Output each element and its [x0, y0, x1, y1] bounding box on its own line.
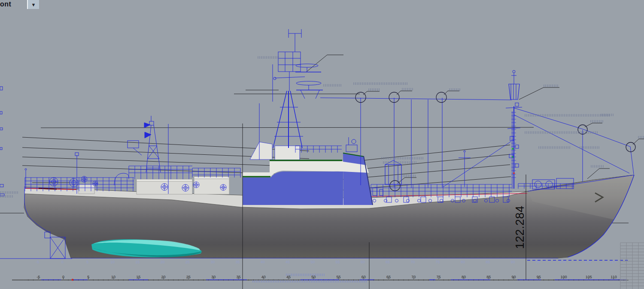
annotation-text: [638, 136, 644, 138]
annotation-text: [403, 175, 416, 177]
ruler-number-faint: 65: [386, 260, 390, 264]
ruler-number: 40: [261, 275, 266, 279]
ruler-number-faint: 80: [461, 260, 465, 264]
ruler-number-faint: 60: [361, 260, 365, 264]
ruler-number-faint: 10: [110, 260, 115, 264]
ruler-number-faint: 30: [210, 260, 215, 264]
rigging-marker-circles: [355, 92, 635, 191]
ruler-number-faint: -5: [36, 260, 39, 264]
ruler-number: 65: [386, 275, 391, 279]
viewport-dropdown-button[interactable]: ▼: [27, 0, 39, 9]
annotation-text: [402, 88, 413, 90]
ruler-number: 55: [337, 275, 341, 279]
ruler-number: 50: [311, 275, 316, 279]
ruler-number-faint: 15: [135, 260, 140, 264]
annotation-text: [591, 165, 605, 168]
annotation-text: [286, 274, 325, 276]
ruler-number-faint: 45: [286, 260, 290, 264]
ruler-number-faint: 40: [261, 260, 265, 264]
ruler-number-faint: 100: [559, 260, 566, 264]
stern-red-stripe-dark: [39, 188, 57, 189]
annotation-text: [323, 84, 342, 87]
annotation-text: [544, 84, 559, 87]
ruler-number-faint: 35: [235, 260, 240, 264]
ruler-number-faint: 85: [486, 260, 490, 264]
ruler-number-faint: 75: [436, 260, 440, 264]
annotation-text: [601, 114, 614, 116]
ruler-number-faint: 110: [610, 260, 616, 264]
viewport-canvas: [0, 0, 644, 289]
ruler-number-faint: 105: [585, 260, 591, 264]
ruler-number: 10: [111, 275, 115, 279]
ruler-number: 110: [611, 275, 617, 279]
viewport-title-bar: ont ▼: [0, 0, 13, 9]
ruler-number-faint: 0: [61, 260, 64, 264]
ruler-number: 75: [437, 275, 441, 279]
ruler-number-faint: 20: [161, 260, 165, 264]
annotation-text: [368, 88, 380, 91]
right-edge-grid: [620, 243, 644, 289]
annotation-text: [525, 114, 611, 117]
ruler-number: 80: [462, 275, 466, 279]
ruler-number: 15: [136, 275, 140, 279]
ruler-number: 60: [361, 275, 366, 279]
ruler-number: 5: [87, 275, 89, 279]
ruler-number: 0: [62, 275, 64, 279]
annotation-text: [580, 146, 599, 149]
ruler-number: 30: [211, 275, 216, 279]
annotation-text: [0, 191, 18, 194]
ruler-number: 25: [186, 275, 191, 279]
dimension-label: 122.284: [513, 205, 527, 249]
annotation-text: [538, 146, 571, 149]
ruler-number-faint: 70: [410, 260, 415, 264]
ruler-number: 90: [511, 275, 516, 279]
annotation-text: [353, 82, 408, 85]
ruler-number: 45: [286, 275, 291, 279]
annotation-text: [590, 120, 603, 123]
ruler-number: 85: [486, 275, 491, 279]
annotation-text: [381, 157, 424, 160]
superstructure: [243, 142, 373, 205]
ruler-number: 95: [537, 275, 541, 279]
cad-viewport[interactable]: ont ▼ 122.284 -5051015202530354045505560…: [0, 0, 644, 289]
ruler-number: 70: [411, 275, 416, 279]
ruler-number: -5: [36, 275, 40, 279]
annotation-text: [258, 56, 280, 59]
ruler-number: 105: [586, 275, 592, 279]
annotation-text: [383, 161, 416, 164]
ruler-number-faint: 90: [510, 260, 515, 264]
annotation-text: [525, 131, 598, 134]
ruler-number-faint: 50: [310, 260, 315, 264]
ruler-number-faint: 5: [86, 260, 88, 264]
ruler-number: 100: [560, 275, 567, 279]
ruler-number-faint: 95: [536, 260, 540, 264]
ruler-number: 35: [236, 275, 240, 279]
annotation-text: [0, 195, 13, 198]
viewport-title[interactable]: ont: [0, 0, 13, 8]
annotation-text: [252, 280, 368, 283]
ruler-number: 20: [161, 275, 166, 279]
ruler-number-faint: 55: [336, 260, 340, 264]
annotation-text: [449, 88, 461, 91]
ruler-number-faint: 25: [185, 260, 190, 264]
ruler-red-mark: [72, 279, 73, 281]
